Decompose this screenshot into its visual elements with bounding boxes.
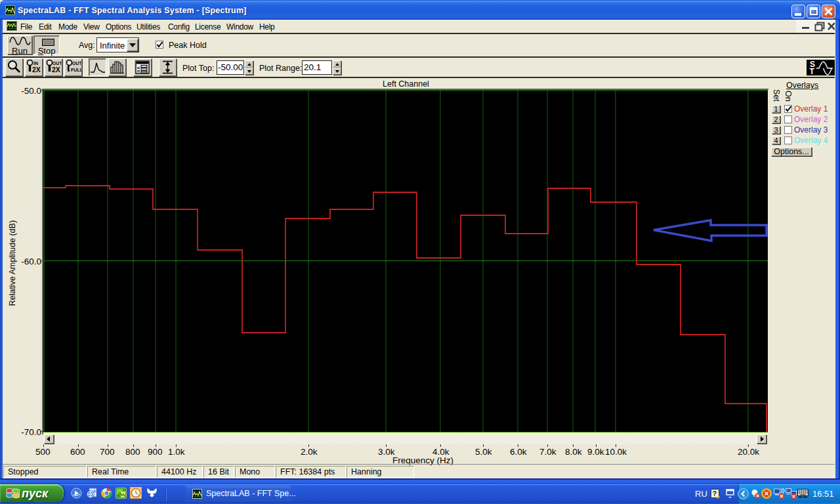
svg-text:2X: 2X: [32, 66, 41, 74]
svg-text:IN: IN: [33, 61, 38, 66]
svg-text:2X: 2X: [52, 66, 60, 74]
svg-text:OUT: OUT: [72, 61, 81, 66]
svg-text:FULL: FULL: [71, 68, 81, 72]
svg-text:?: ?: [713, 490, 717, 497]
svg-text:OUT: OUT: [52, 61, 62, 66]
svg-text:T: T: [810, 67, 815, 75]
